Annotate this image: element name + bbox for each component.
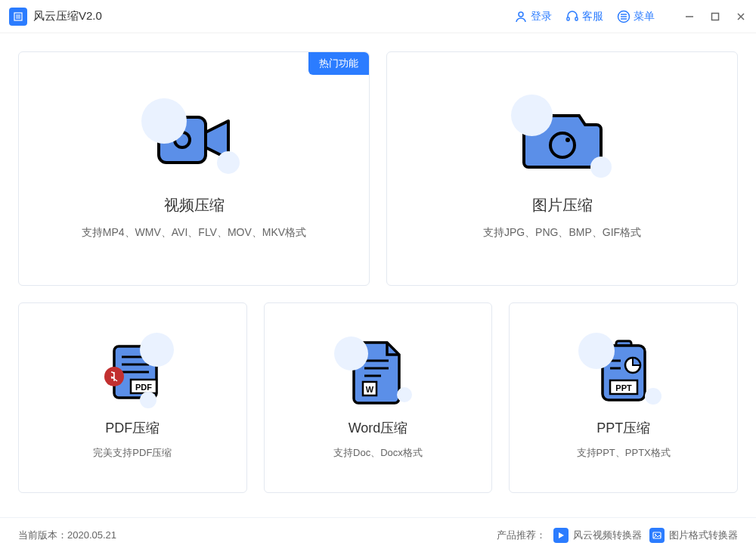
app-title: 风云压缩V2.0 [33, 9, 102, 23]
version-value: 2020.05.21 [67, 529, 116, 541]
rec-label: 风云视频转换器 [573, 529, 642, 542]
recommend-section: 产品推荐： 风云视频转换器 图片格式转换器 [497, 528, 738, 543]
menu-label: 菜单 [634, 10, 655, 23]
titlebar: 风云压缩V2.0 登录 客服 菜单 [0, 0, 756, 33]
headset-icon [565, 10, 579, 23]
support-label: 客服 [582, 10, 603, 23]
card-pdf-compress[interactable]: PDF PDF压缩 完美支持PDF压缩 [18, 302, 247, 493]
minimize-button[interactable] [683, 11, 696, 23]
svg-rect-5 [712, 13, 719, 20]
svg-text:W: W [366, 385, 374, 394]
image-icon [649, 528, 665, 543]
version-label: 当前版本： [18, 529, 67, 542]
support-button[interactable]: 客服 [565, 10, 603, 23]
card-ppt-compress[interactable]: PPT PPT压缩 支持PPT、PPTX格式 [509, 302, 738, 493]
card-title: PDF压缩 [105, 419, 160, 437]
card-word-compress[interactable]: W Word压缩 支持Doc、Docx格式 [264, 302, 493, 493]
word-icon: W [340, 336, 416, 408]
main-content: 热门功能 视频压缩 支持MP4、WMV、AVI、FLV、MOV、MKV格式 [0, 33, 756, 517]
card-desc: 支持PPT、PPTX格式 [577, 446, 671, 460]
hot-badge: 热门功能 [308, 52, 369, 75]
titlebar-actions: 登录 客服 菜单 [514, 10, 747, 23]
card-desc: 支持Doc、Docx格式 [333, 446, 423, 460]
footer: 当前版本： 2020.05.21 产品推荐： 风云视频转换器 图片格式转换器 [0, 517, 756, 552]
recommend-video-converter[interactable]: 风云视频转换器 [553, 528, 642, 543]
card-title: 图片压缩 [532, 195, 593, 216]
maximize-button[interactable] [709, 11, 721, 23]
login-button[interactable]: 登录 [514, 10, 552, 23]
card-title: 视频压缩 [164, 195, 225, 216]
rec-label: 图片格式转换器 [669, 529, 738, 542]
card-title: PPT压缩 [596, 419, 650, 437]
recommend-image-converter[interactable]: 图片格式转换器 [649, 528, 738, 543]
svg-point-8 [550, 133, 575, 157]
ppt-icon: PPT [586, 336, 662, 408]
close-button[interactable] [735, 11, 747, 23]
pdf-icon: PDF [94, 336, 170, 408]
card-desc: 支持MP4、WMV、AVI、FLV、MOV、MKV格式 [82, 226, 306, 240]
app-logo [9, 8, 27, 26]
svg-point-1 [519, 12, 523, 17]
card-desc: 支持JPG、PNG、BMP、GIF格式 [483, 226, 641, 240]
card-video-compress[interactable]: 热门功能 视频压缩 支持MP4、WMV、AVI、FLV、MOV、MKV格式 [18, 51, 370, 286]
video-icon [149, 98, 240, 181]
camera-icon [517, 98, 608, 181]
svg-text:PPT: PPT [615, 383, 632, 392]
user-icon [514, 10, 528, 23]
recommend-label: 产品推荐： [497, 529, 546, 542]
card-image-compress[interactable]: 图片压缩 支持JPG、PNG、BMP、GIF格式 [386, 51, 738, 286]
svg-rect-2 [567, 17, 569, 20]
menu-button[interactable]: 菜单 [617, 10, 655, 23]
card-desc: 完美支持PDF压缩 [93, 446, 172, 460]
play-icon [553, 528, 569, 543]
window-controls [683, 11, 747, 23]
login-label: 登录 [531, 10, 552, 23]
card-title: Word压缩 [349, 419, 408, 437]
svg-rect-3 [575, 17, 578, 20]
menu-icon [617, 10, 631, 23]
svg-point-9 [565, 138, 570, 142]
svg-text:PDF: PDF [135, 383, 152, 392]
